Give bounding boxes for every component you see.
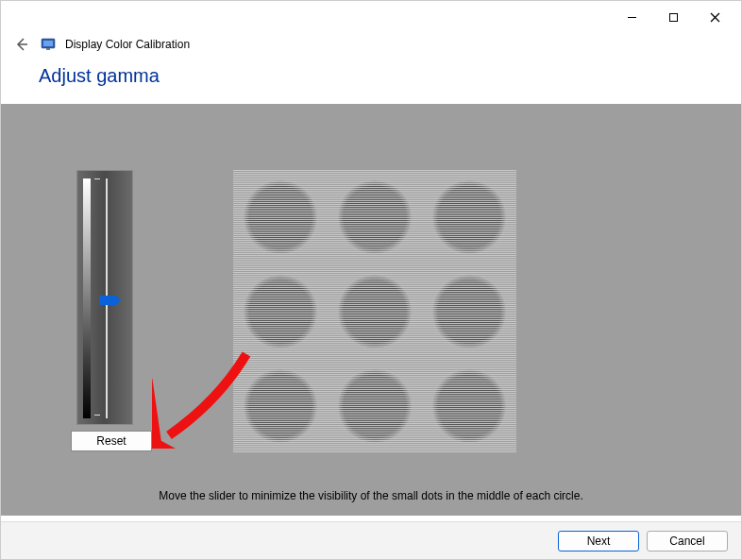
close-button[interactable] bbox=[694, 5, 735, 29]
minimize-icon bbox=[627, 12, 637, 23]
sample-cell bbox=[328, 359, 422, 453]
footer: Next Cancel bbox=[1, 521, 741, 559]
svg-rect-6 bbox=[43, 41, 53, 46]
sample-cell bbox=[233, 359, 328, 453]
sample-cell bbox=[422, 170, 516, 264]
gamma-dot bbox=[338, 275, 412, 348]
app-icon bbox=[41, 37, 56, 52]
gamma-slider-panel bbox=[76, 170, 133, 425]
maximize-button[interactable] bbox=[652, 5, 694, 29]
gamma-dot bbox=[244, 275, 317, 348]
gradient-strip bbox=[83, 178, 91, 418]
cancel-button[interactable]: Cancel bbox=[647, 531, 728, 552]
instruction-text: Move the slider to minimize the visibili… bbox=[1, 489, 741, 502]
header-row: Display Color Calibration bbox=[1, 29, 741, 61]
reset-button[interactable]: Reset bbox=[71, 431, 152, 451]
gamma-dot bbox=[432, 275, 506, 348]
slider-thumb[interactable] bbox=[99, 296, 116, 305]
gamma-dot bbox=[338, 180, 412, 254]
gamma-dot bbox=[244, 369, 317, 443]
sample-cell bbox=[233, 170, 328, 264]
maximize-icon bbox=[668, 12, 679, 23]
page-heading: Adjust gamma bbox=[39, 65, 741, 87]
sample-cell bbox=[422, 264, 516, 359]
minimize-button[interactable] bbox=[611, 5, 652, 29]
titlebar bbox=[1, 1, 741, 29]
heading-row: Adjust gamma bbox=[1, 61, 741, 104]
slider-tick-bottom bbox=[94, 415, 100, 416]
sample-cell bbox=[328, 170, 422, 264]
back-arrow-icon bbox=[14, 37, 29, 52]
slider-tick-top bbox=[94, 178, 100, 179]
sample-cell bbox=[422, 359, 516, 453]
gamma-sample-grid bbox=[233, 170, 516, 453]
gamma-dot bbox=[432, 180, 506, 254]
back-button[interactable] bbox=[12, 35, 31, 54]
gamma-dot bbox=[244, 180, 317, 254]
gamma-dot bbox=[432, 369, 506, 443]
gamma-dot bbox=[338, 369, 412, 443]
app-title: Display Color Calibration bbox=[65, 38, 190, 51]
svg-rect-7 bbox=[46, 48, 50, 50]
svg-rect-1 bbox=[669, 13, 677, 21]
sample-cell bbox=[233, 264, 328, 359]
content-area: Reset Move the slider to minimize the vi… bbox=[1, 104, 741, 516]
next-button[interactable]: Next bbox=[558, 531, 639, 552]
sample-cell bbox=[328, 264, 422, 359]
close-icon bbox=[710, 12, 720, 23]
